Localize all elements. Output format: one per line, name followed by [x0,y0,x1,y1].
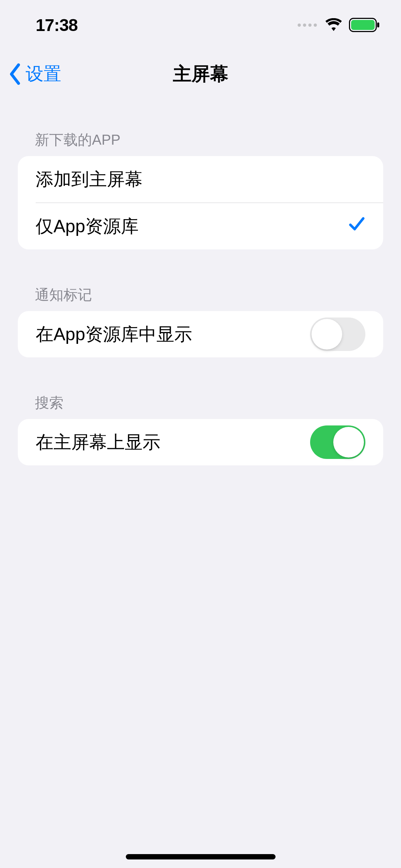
section-header: 搜索 [18,393,383,419]
back-label: 设置 [26,62,61,86]
option-add-to-home[interactable]: 添加到主屏幕 [18,156,383,202]
wifi-icon [325,18,343,32]
section-notification-badges: 通知标记 在App资源库中显示 [0,285,401,357]
settings-group: 在App资源库中显示 [18,311,383,357]
cell-signal-dots-icon [298,24,317,27]
settings-group: 在主屏幕上显示 [18,419,383,465]
battery-icon [349,18,380,32]
status-bar: 17:38 [0,0,401,50]
row-label: 在App资源库中显示 [36,322,192,346]
section-search: 搜索 在主屏幕上显示 [0,393,401,465]
checkmark-icon [348,216,365,237]
chevron-left-icon [9,63,21,85]
nav-bar: 设置 主屏幕 [0,50,401,98]
row-label: 添加到主屏幕 [36,167,143,191]
option-app-library-only[interactable]: 仅App资源库 [18,203,383,249]
section-header: 新下载的APP [18,130,383,156]
status-indicators [298,18,380,32]
svg-rect-1 [351,20,375,30]
status-time: 17:38 [36,15,78,35]
toggle-show-on-home: 在主屏幕上显示 [18,419,383,465]
svg-rect-2 [377,22,379,27]
settings-group: 添加到主屏幕 仅App资源库 [18,156,383,249]
home-indicator[interactable] [126,854,276,859]
row-label: 仅App资源库 [36,215,139,238]
back-button[interactable]: 设置 [0,62,61,86]
section-header: 通知标记 [18,285,383,311]
section-new-apps: 新下载的APP 添加到主屏幕 仅App资源库 [0,130,401,249]
row-label: 在主屏幕上显示 [36,430,160,454]
toggle-switch[interactable] [310,317,365,351]
toggle-show-in-app-library: 在App资源库中显示 [18,311,383,357]
toggle-switch[interactable] [310,425,365,459]
